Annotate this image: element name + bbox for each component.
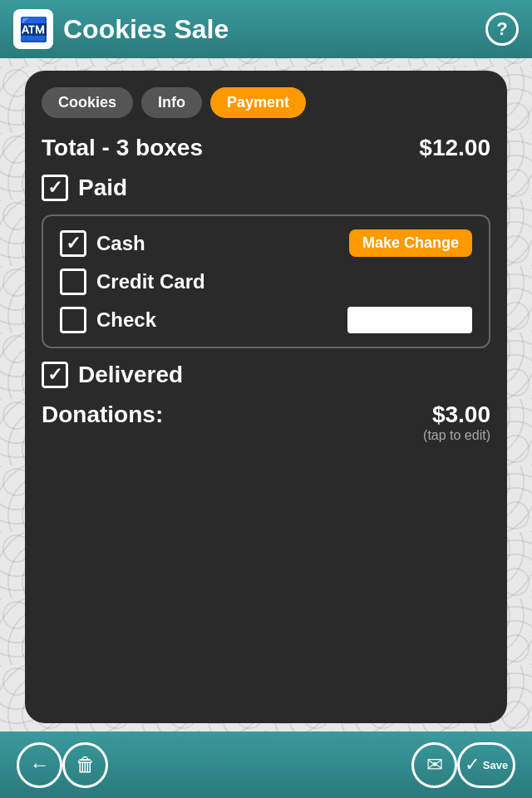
cash-row: ✓ Cash Make Change	[60, 229, 472, 257]
back-button[interactable]: ←	[17, 742, 62, 788]
help-button[interactable]: ?	[485, 12, 519, 46]
app-title: Cookies Sale	[63, 14, 485, 45]
payment-methods-box: ✓ Cash Make Change Credit Card Check	[42, 214, 490, 348]
cash-checkbox[interactable]: ✓	[60, 230, 86, 257]
header: 🏧 Cookies Sale ?	[0, 0, 532, 58]
donations-tap-hint: (tap to edit)	[423, 428, 490, 443]
check-row: Check	[60, 307, 472, 333]
tab-payment[interactable]: Payment	[210, 87, 306, 118]
app-icon: 🏧	[13, 9, 53, 49]
checkmark-icon: ✓	[465, 754, 480, 776]
mail-icon: ✉	[426, 753, 443, 776]
delivered-label: Delivered	[78, 362, 183, 388]
tab-info[interactable]: Info	[141, 87, 202, 118]
tab-bar: Cookies Info Payment	[42, 87, 490, 118]
delivered-row[interactable]: ✓ Delivered	[42, 362, 490, 388]
back-icon: ←	[30, 753, 50, 776]
trash-icon: 🗑	[76, 753, 96, 776]
delivered-checkbox[interactable]: ✓	[42, 362, 68, 388]
donations-value-area[interactable]: $3.00 (tap to edit)	[423, 401, 490, 443]
bottom-bar: ← 🗑 ✉ ✓ Save	[0, 732, 532, 798]
paid-label: Paid	[78, 175, 127, 201]
delete-button[interactable]: 🗑	[62, 742, 108, 788]
make-change-button[interactable]: Make Change	[349, 229, 472, 257]
donations-amount: $3.00	[432, 401, 490, 428]
credit-card-label: Credit Card	[96, 270, 472, 293]
donations-label: Donations:	[42, 401, 163, 428]
save-button[interactable]: ✓ Save	[457, 742, 515, 788]
paid-checkbox[interactable]: ✓	[42, 175, 68, 201]
donations-row[interactable]: Donations: $3.00 (tap to edit)	[42, 401, 490, 443]
save-label: Save	[483, 759, 508, 771]
check-number-input[interactable]	[347, 307, 472, 333]
total-row: Total - 3 boxes $12.00	[42, 135, 490, 161]
check-label: Check	[96, 308, 337, 332]
total-amount: $12.00	[419, 135, 490, 161]
credit-card-row: Credit Card	[60, 268, 472, 295]
credit-card-checkbox[interactable]	[60, 268, 86, 295]
tab-cookies[interactable]: Cookies	[42, 87, 133, 118]
total-label: Total - 3 boxes	[42, 135, 203, 161]
mail-button[interactable]: ✉	[411, 742, 457, 788]
paid-row[interactable]: ✓ Paid	[42, 175, 490, 201]
main-card: Cookies Info Payment Total - 3 boxes $12…	[25, 71, 507, 723]
check-checkbox[interactable]	[60, 307, 86, 333]
cash-label: Cash	[96, 232, 339, 255]
